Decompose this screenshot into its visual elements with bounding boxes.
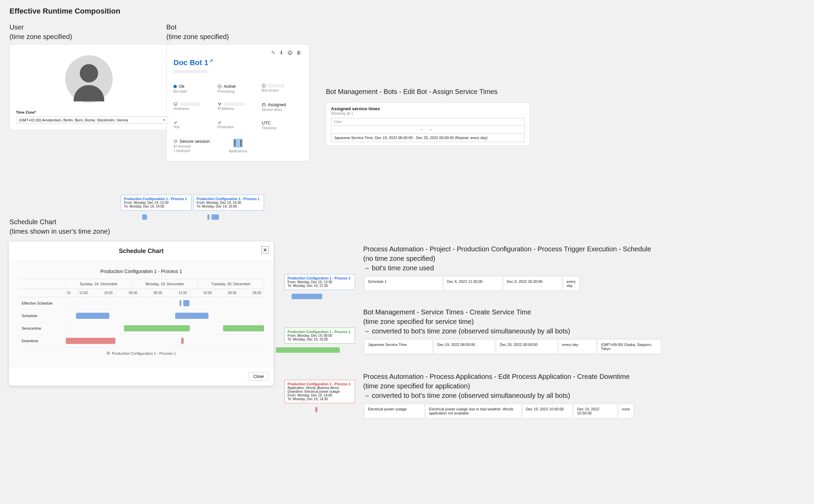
gantt-track-schedule[interactable]	[66, 310, 264, 322]
gantt-track-effective[interactable]	[66, 297, 264, 309]
tooltip-effective-b: Production Configuration 1 - Process 1 F…	[193, 195, 264, 211]
delete-icon[interactable]: 🗑	[296, 50, 302, 55]
svg-rect-4	[174, 103, 177, 105]
timezone-select[interactable]: (GMT+01:00) Amsterdam, Berlin, Bern, Rom…	[16, 116, 168, 124]
tooltip-servicetime: Production Configuration 1 - Process 1 F…	[284, 328, 355, 344]
schedule-chart-card: Schedule Chart ✕ Production Configuratio…	[9, 241, 274, 386]
check-icon	[173, 120, 178, 124]
assigned-title: Assigned service times	[331, 106, 524, 111]
timezone-label: Time Zone*	[16, 110, 162, 114]
assign-heading: Bot Management - Bots - Edit Bot - Assig…	[326, 87, 530, 96]
tooltip-schedule: Production Configuration 1 - Process 1 F…	[284, 274, 355, 290]
calendar-icon	[262, 103, 266, 107]
gantt-track-service[interactable]	[66, 322, 264, 334]
avatar	[65, 55, 113, 103]
trigger-heading: Process Automation - Project - Productio…	[363, 244, 703, 273]
bot-heading: Bot (time zone specified)	[166, 22, 310, 41]
gantt-track-downtime[interactable]	[66, 335, 264, 347]
dwn-table: Electrical power outage Electrical power…	[363, 403, 635, 419]
svg-point-6	[218, 103, 219, 103]
external-link-icon: ↗	[209, 58, 213, 63]
showing-count: Showing all 1	[331, 111, 524, 115]
applications-icon[interactable]	[233, 139, 243, 148]
schedule-chart-title: Schedule Chart	[119, 248, 164, 254]
network-icon	[218, 102, 222, 106]
download-icon[interactable]: ⬇	[279, 50, 285, 55]
play-circle-icon	[218, 84, 222, 89]
user-heading: User (time zone specified)	[10, 22, 155, 41]
check-icon	[218, 120, 222, 124]
shield-check-icon	[173, 139, 178, 143]
svg-rect-9	[262, 103, 265, 106]
schedule-heading: Schedule Chart (times shown in user's ti…	[10, 217, 110, 236]
status-dot-icon	[173, 85, 177, 88]
dwn-heading: Process Automation - Process Application…	[363, 372, 703, 400]
svc-table: Japanese Service Time Dec 19, 2022 08:00…	[363, 338, 662, 355]
svg-point-8	[219, 105, 220, 105]
close-button[interactable]: Close	[248, 372, 269, 381]
bot-title[interactable]: Doc Bot 1↗	[173, 58, 302, 67]
svg-point-3	[264, 85, 264, 85]
chart-subtitle: Production Configuration 1 - Process 1	[18, 269, 264, 274]
edit-icon[interactable]: ✎	[271, 50, 277, 55]
tooltip-effective-a: Production Configuration 1 - Process 1 F…	[121, 195, 191, 211]
close-icon[interactable]: ✕	[261, 246, 269, 254]
trigger-table: Schedule 1 Dec 8, 2022 12:30:00 Dec 8, 2…	[363, 275, 580, 292]
chart-legend: Production Configuration 1 - Process 1	[18, 347, 264, 360]
svg-point-7	[220, 103, 221, 103]
service-time-item[interactable]: Japanese Service Time, Dec 19, 2022 08:0…	[331, 134, 524, 142]
svc-heading: Bot Management - Service Times - Create …	[363, 307, 703, 336]
info-circle-icon	[262, 84, 266, 88]
pager[interactable]: ← ←	[331, 125, 524, 134]
tooltip-downtime: Production Configuration 1 - Process 1 A…	[284, 380, 355, 403]
monitor-icon	[173, 102, 178, 106]
filter-input[interactable]: Filter	[331, 118, 524, 125]
page-title: Effective Runtime Composition	[10, 7, 804, 16]
power-icon[interactable]: ⏻	[288, 50, 294, 55]
